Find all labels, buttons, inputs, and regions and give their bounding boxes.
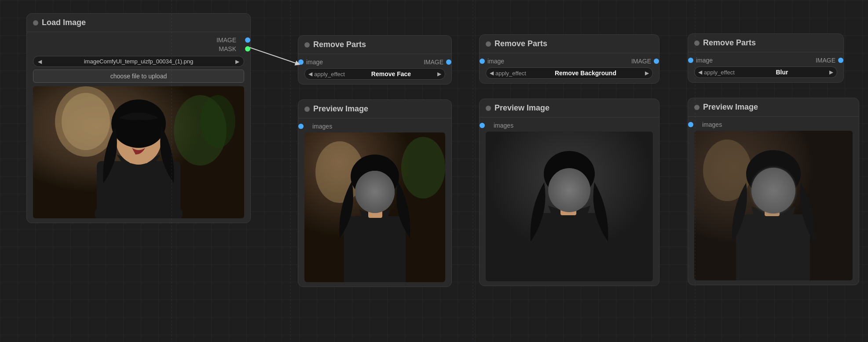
rp2-effect-label: apply_effect (495, 70, 526, 77)
image-output-dot[interactable] (245, 37, 250, 43)
remove-parts-3-status (694, 40, 700, 46)
rp1-effect-label: apply_effect (314, 71, 345, 77)
remove-parts-1-header: Remove Parts (298, 36, 451, 54)
preview-3-header: Preview Image (688, 98, 859, 117)
rp1-effect-next[interactable]: ▶ (437, 71, 441, 77)
next-arrow[interactable]: ▶ (235, 59, 239, 65)
svg-line-0 (250, 48, 298, 64)
remove-parts-3-title: Remove Parts (703, 38, 756, 48)
rp3-effect-prev[interactable]: ◀ (698, 69, 702, 75)
mask-output-port: MASK (33, 45, 244, 52)
rp1-effect-prev[interactable]: ◀ (308, 71, 312, 77)
svg-rect-41 (736, 214, 810, 280)
svg-point-37 (548, 168, 590, 212)
rp3-input-dot[interactable] (688, 58, 693, 63)
rp3-port-row: image IMAGE (694, 57, 837, 64)
remove-parts-1-body: image IMAGE ◀ apply_effect Remove Face ▶ (298, 54, 451, 84)
remove-parts-1-status (304, 42, 310, 48)
remove-parts-1-node: Remove Parts image IMAGE ◀ apply_effect … (298, 35, 452, 85)
remove-parts-2-status (486, 41, 491, 47)
remove-parts-3-body: image IMAGE ◀ apply_effect Blur ▶ (688, 52, 843, 82)
preview-2-node: Preview Image images (479, 99, 659, 286)
preview-1-image (304, 132, 445, 282)
rp3-effect-value: Blur (736, 69, 828, 76)
rp1-input-dot[interactable] (298, 59, 304, 65)
svg-rect-34 (532, 213, 606, 281)
preview-1-body: images (298, 118, 451, 287)
load-image-body: IMAGE MASK ◀ imageComfyUI_temp_uizfp_000… (27, 32, 250, 223)
preview-3-input-dot[interactable] (688, 122, 693, 127)
preview-1-title: Preview Image (313, 104, 368, 114)
remove-parts-2-node: Remove Parts image IMAGE ◀ apply_effect … (479, 34, 659, 84)
prev-arrow[interactable]: ◀ (38, 59, 42, 65)
preview-3-body: images (688, 117, 859, 285)
rp2-output-label: IMAGE (631, 58, 651, 65)
rp2-effect-value: Remove Background (528, 70, 643, 77)
canvas: Load Image IMAGE MASK ◀ imageComfyUI_tem… (0, 0, 868, 342)
svg-point-45 (751, 167, 796, 214)
svg-point-31 (355, 171, 395, 213)
preview-1-node: Preview Image images (298, 99, 452, 287)
rp3-input-label: image (696, 57, 713, 64)
rp2-input-dot[interactable] (480, 59, 485, 64)
preview-3-port: images (694, 121, 853, 128)
filename-text: imageComfyUI_temp_uizfp_00034_(1).png (44, 58, 234, 65)
rp1-port-row: image IMAGE (304, 59, 445, 66)
svg-point-10 (200, 95, 235, 148)
rp3-effect-label: apply_effect (704, 69, 735, 76)
preview-3-status (694, 105, 700, 110)
rp3-effect-next[interactable]: ▶ (829, 69, 833, 75)
preview-2-input-dot[interactable] (480, 123, 485, 128)
preview-2-port: images (486, 122, 653, 129)
rp1-input-label: image (306, 59, 323, 66)
preview-1-status (304, 107, 310, 112)
remove-parts-1-title: Remove Parts (313, 40, 366, 49)
preview-2-status (486, 106, 491, 111)
rp1-effect-row: ◀ apply_effect Remove Face ▶ (304, 68, 445, 80)
rp1-effect-value: Remove Face (347, 70, 436, 77)
rp3-output-label: IMAGE (816, 57, 835, 64)
preview-2-input-label: images (494, 122, 513, 129)
load-image-status-dot (33, 20, 38, 26)
preview-2-header: Preview Image (480, 99, 659, 118)
load-image-title: Load Image (42, 18, 86, 27)
rp2-effect-row: ◀ apply_effect Remove Background ▶ (486, 67, 653, 79)
rp2-effect-prev[interactable]: ◀ (490, 70, 494, 76)
preview-1-input-label: images (312, 123, 332, 130)
rp1-output-label: IMAGE (424, 59, 443, 66)
preview-1-input-dot[interactable] (298, 124, 304, 129)
rp1-output-dot[interactable] (446, 59, 451, 65)
rp2-effect-next[interactable]: ▶ (645, 70, 649, 76)
mask-port-label: MASK (219, 45, 236, 52)
remove-parts-2-body: image IMAGE ◀ apply_effect Remove Backgr… (480, 53, 659, 83)
rp2-output-dot[interactable] (654, 59, 659, 64)
preview-2-image (486, 132, 653, 281)
rp2-input-label: image (487, 58, 504, 65)
remove-parts-3-header: Remove Parts (688, 34, 843, 52)
image-output-port: IMAGE (33, 37, 244, 44)
preview-3-image (694, 131, 853, 280)
rp3-output-dot[interactable] (838, 58, 843, 63)
filename-row: ◀ imageComfyUI_temp_uizfp_00034_(1).png … (33, 56, 244, 67)
remove-parts-2-title: Remove Parts (494, 39, 547, 48)
image-port-label: IMAGE (216, 37, 236, 44)
load-image-preview (33, 86, 244, 218)
rp3-effect-row: ◀ apply_effect Blur ▶ (694, 66, 837, 78)
portrait-svg (33, 86, 244, 218)
preview-1-port: images (304, 123, 445, 130)
upload-button[interactable]: choose file to upload (33, 70, 244, 83)
preview-2-title: Preview Image (494, 103, 549, 113)
svg-rect-27 (344, 216, 406, 282)
mask-output-dot[interactable] (245, 46, 250, 51)
svg-point-8 (62, 93, 110, 150)
remove-parts-2-header: Remove Parts (480, 35, 659, 53)
preview-1-header: Preview Image (298, 100, 451, 118)
preview-3-title: Preview Image (703, 103, 758, 112)
preview-3-node: Preview Image images (688, 98, 859, 285)
preview-3-input-label: images (702, 121, 722, 128)
rp2-port-row: image IMAGE (486, 58, 653, 65)
load-image-header: Load Image (27, 14, 250, 32)
remove-parts-3-node: Remove Parts image IMAGE ◀ apply_effect … (688, 33, 844, 83)
preview-2-body: images (480, 118, 659, 286)
svg-point-26 (401, 137, 445, 199)
